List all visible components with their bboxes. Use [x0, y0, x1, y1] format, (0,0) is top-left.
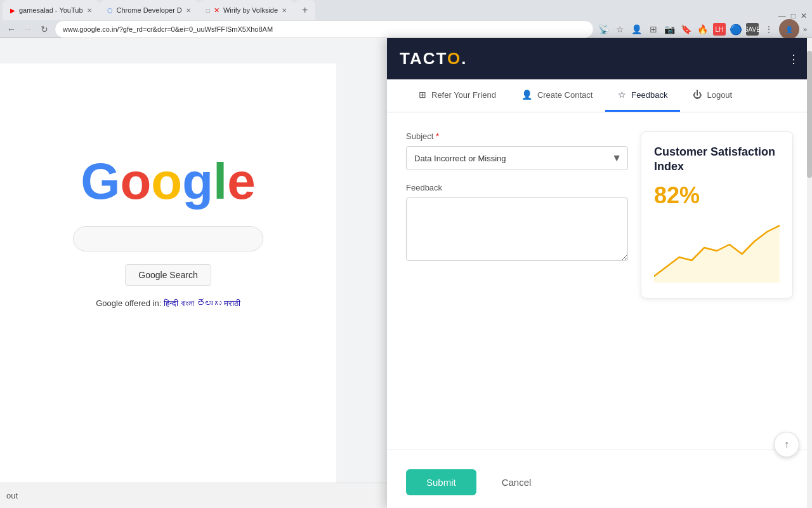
browser-menu-icon[interactable]: ⋮ [763, 23, 775, 36]
cancel-button[interactable]: Cancel [487, 469, 547, 495]
camera-icon[interactable]: 📷 [664, 23, 676, 36]
chrome-icon: ⬡ [107, 7, 113, 14]
csi-card: Customer Satisfaction Index 82% [641, 131, 793, 298]
bottom-left-text: out [6, 491, 18, 500]
url-text: www.google.co.in/?gfe_rd=cr&dcr=0&ei=0_u… [63, 25, 273, 33]
tacto-header: TACTO. ⋮ [387, 38, 812, 79]
subject-select[interactable]: Data Incorrect or Missing [406, 146, 628, 170]
form-section: Subject * Data Incorrect or Missing ▼ Fe… [406, 131, 793, 298]
subject-select-wrapper: Data Incorrect or Missing ▼ [406, 146, 628, 170]
back-icon[interactable]: ← [5, 23, 18, 36]
form-left: Subject * Data Incorrect or Missing ▼ Fe… [406, 131, 628, 298]
tacto-nav: ⊞ Refer Your Friend 👤 Create Contact ☆ F… [387, 79, 812, 112]
divider [387, 450, 812, 450]
youtube-icon: ▶ [10, 7, 15, 14]
svg-marker-0 [654, 225, 780, 283]
csi-title: Customer Satisfaction Index [654, 145, 780, 175]
subject-label: Subject * [406, 131, 628, 141]
contact-icon: 👤 [521, 90, 532, 100]
tab-chrome-dev[interactable]: ⬡ Chrome Developer D ✕ [100, 0, 199, 20]
google-background: G o o g l e Google Search Google offered… [0, 64, 336, 508]
nav-feedback[interactable]: ☆ Feedback [605, 79, 680, 112]
csi-chart [654, 219, 780, 283]
lh-icon[interactable]: LH [713, 23, 726, 36]
feedback-field-group: Feedback [406, 183, 628, 264]
reload-icon[interactable]: ↻ [38, 23, 51, 36]
google-logo: G o o g l e [81, 152, 256, 211]
bookmark-icon[interactable]: ☆ [614, 23, 627, 36]
browser-window-controls: — □ ✕ [778, 11, 809, 20]
nav-logout[interactable]: ⏻ Logout [680, 79, 745, 112]
subject-field-group: Subject * Data Incorrect or Missing ▼ [406, 131, 628, 170]
csi-value: 82% [654, 182, 780, 209]
ext2-icon[interactable]: ⊞ [647, 23, 660, 36]
ext5-icon[interactable]: 🔵 [730, 23, 742, 36]
ext4-icon[interactable]: 🔥 [697, 23, 709, 36]
tacto-menu-dots[interactable]: ⋮ [788, 52, 799, 66]
feedback-label: Feedback [406, 183, 628, 192]
ext3-icon[interactable]: 🔖 [680, 23, 693, 36]
logout-icon: ⏻ [693, 90, 702, 100]
arrow-up-icon: ↑ [784, 439, 789, 450]
panel-scrollbar[interactable] [807, 38, 812, 508]
tacto-content: Subject * Data Incorrect or Missing ▼ Fe… [387, 112, 812, 450]
refer-icon: ⊞ [419, 90, 426, 100]
user-avatar[interactable]: 👤 [779, 19, 799, 39]
nav-refer[interactable]: ⊞ Refer Your Friend [406, 79, 509, 112]
action-buttons: Submit Cancel [387, 463, 812, 508]
google-language-offer: Google offered in: हिन्दी বাংলা తెలుగు म… [96, 298, 240, 309]
cast-icon[interactable]: 📡 [598, 23, 610, 36]
tacto-panel: TACTO. ⋮ ⊞ Refer Your Friend 👤 Create Co… [387, 38, 812, 508]
wirify-icon: □ [206, 7, 210, 14]
tab-wirify[interactable]: □ ✕ Wirify by Volkside ✕ [199, 0, 294, 20]
google-search-button[interactable]: Google Search [125, 264, 211, 286]
feedback-star-icon: ☆ [618, 90, 626, 100]
panel-scrollbar-thumb[interactable] [807, 51, 812, 178]
save-icon[interactable]: SAVE [746, 23, 759, 36]
address-bar[interactable]: www.google.co.in/?gfe_rd=cr&dcr=0&ei=0_u… [55, 20, 594, 38]
tacto-logo: TACTO. [400, 49, 467, 69]
nav-create-contact[interactable]: 👤 Create Contact [509, 79, 605, 112]
ext1-icon[interactable]: 👤 [631, 23, 643, 36]
extra-tabs-icon[interactable]: » [803, 25, 807, 33]
feedback-textarea[interactable] [406, 197, 628, 261]
submit-button[interactable]: Submit [406, 469, 476, 495]
tab-new[interactable]: + [294, 0, 315, 20]
required-indicator: * [433, 131, 439, 141]
tab-gamesalad[interactable]: ▶ gamesalad - YouTub ✕ [3, 0, 100, 20]
scroll-up-button[interactable]: ↑ [774, 432, 799, 457]
forward-icon[interactable]: → [22, 23, 34, 36]
google-search-box[interactable] [73, 226, 263, 251]
